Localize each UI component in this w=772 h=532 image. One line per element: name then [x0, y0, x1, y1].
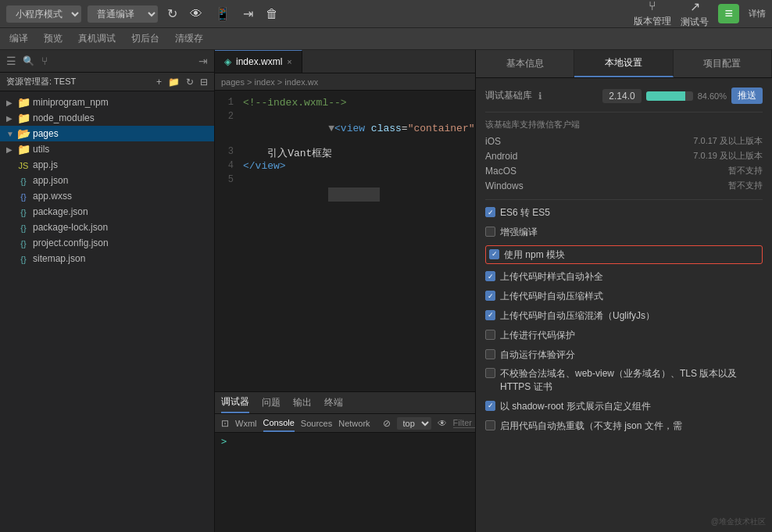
checkbox-no_check_domain[interactable]	[485, 368, 495, 378]
console-console-tab[interactable]: Console	[263, 415, 295, 432]
tree-item-node-modules[interactable]: ▶📁node_modules	[0, 110, 214, 126]
checkbox-npm[interactable]	[489, 249, 499, 259]
details-label: 详情	[749, 8, 766, 20]
tree-item-sitemap-json[interactable]: {}sitemap.json	[0, 251, 214, 266]
sidebar-tree: ▶📁miniprogram_npm▶📁node_modules▼📂pages▶📁…	[0, 91, 214, 532]
compile-select[interactable]: 普通编译	[88, 5, 158, 23]
tree-item-miniprogram-npm[interactable]: ▶📁miniprogram_npm	[0, 95, 214, 110]
details-button[interactable]: ≡	[718, 4, 739, 23]
sidebar-header-right: ⇥	[198, 55, 208, 67]
sidebar-menu-icon[interactable]: ☰	[6, 55, 16, 67]
checkboxes-section: ES6 转 ES5增强编译使用 npm 模块上传代码时样式自动补全上传代码时自动…	[485, 206, 763, 433]
checkbox-enhance[interactable]	[485, 227, 495, 237]
test-account-button[interactable]: ↗ 测试号	[681, 0, 709, 29]
bottom-tab-terminal[interactable]: 终端	[324, 393, 343, 412]
refresh-icon[interactable]: ↻	[186, 77, 194, 87]
device-debug-text-btn[interactable]: 真机调试	[78, 32, 116, 45]
add-folder-icon[interactable]: 📁	[168, 77, 180, 87]
add-file-icon[interactable]: +	[156, 77, 162, 87]
app-container: 小程序模式 普通编译 ↻ 👁 📱 ⇥ 🗑 ⑂ 版本管理 ↗ 测试号 ≡ 详情 编…	[0, 0, 772, 532]
checkbox-label-perf_score: 自动运行体验评分	[500, 348, 575, 362]
console-eye-btn[interactable]: 👁	[438, 418, 447, 429]
debug-lib-tooltip[interactable]: ℹ	[538, 91, 542, 102]
checkbox-code_protect[interactable]	[485, 330, 495, 340]
secondary-toolbar: 编译 预览 真机调试 切后台 清缓存	[0, 28, 772, 50]
tree-label: miniprogram_npm	[33, 97, 109, 108]
preview-text-btn[interactable]: 预览	[44, 32, 63, 45]
checkbox-shadow_root[interactable]	[485, 401, 495, 411]
bottom-tab-output[interactable]: 输出	[293, 393, 312, 412]
checkbox-label-npm: 使用 npm 模块	[504, 248, 565, 262]
right-panel-content: 调试基础库 ℹ 2.14.0 84.60% 推送 该基础库支持微信客户端	[476, 78, 772, 532]
checkbox-upload_style[interactable]	[485, 271, 495, 281]
code-line-3: 3 引入Vant框架	[215, 146, 475, 160]
mode-select[interactable]: 小程序模式	[6, 5, 81, 23]
tree-item-utils[interactable]: ▶📁utils	[0, 141, 214, 157]
checkbox-label-no_check_domain: 不校验合法域名、web-view（业务域名）、TLS 版本以及 HTTPS 证书	[500, 367, 763, 394]
tree-label: node_modules	[33, 112, 95, 123]
file-icon-folder: 📁	[17, 112, 30, 124]
tree-item-package-lock-json[interactable]: {}package-lock.json	[0, 220, 214, 235]
checkbox-es6[interactable]	[485, 207, 495, 217]
bottom-tabs: 调试器 问题 输出 终端	[215, 392, 475, 414]
console-sources-tab[interactable]: Sources	[301, 416, 332, 431]
preview-button[interactable]: 👁	[187, 5, 206, 23]
tree-item-app-js[interactable]: JSapp.js	[0, 157, 214, 173]
tree-item-package-json[interactable]: {}package.json	[0, 204, 214, 220]
clear-cache-text-btn[interactable]: 清缓存	[175, 32, 203, 45]
device-debug-button[interactable]: 📱	[212, 5, 234, 23]
sidebar-collapse-icon[interactable]: ⇥	[198, 55, 208, 67]
console-pointer-btn[interactable]: ⊡	[221, 418, 229, 429]
right-tab-basic[interactable]: 基本信息	[476, 50, 574, 77]
checkbox-row-no_check_domain: 不校验合法域名、web-view（业务域名）、TLS 版本以及 HTTPS 证书	[485, 367, 763, 394]
console-wxml-tab[interactable]: Wxml	[235, 416, 257, 431]
console-context-select[interactable]: top	[397, 417, 431, 430]
file-icon-folder: 📁	[17, 143, 30, 155]
tree-item-app-wxss[interactable]: {}app.wxss	[0, 188, 214, 204]
background-button[interactable]: ⇥	[240, 5, 256, 23]
checkbox-row-shadow_root: 以 shadow-root 形式展示自定义组件	[485, 400, 763, 413]
version-manage-button[interactable]: ⑂ 版本管理	[634, 0, 671, 28]
code-line-1: 1 <!--index.wxml-->	[215, 97, 475, 111]
right-tab-project[interactable]: 项目配置	[674, 50, 772, 77]
checkbox-perf_score[interactable]	[485, 349, 495, 359]
bottom-panel: 调试器 问题 输出 终端 ⊡ Wxml Console Sources Netw…	[215, 391, 475, 532]
checkbox-upload_compress[interactable]	[485, 291, 495, 301]
bottom-tab-debugger[interactable]: 调试器	[221, 392, 249, 413]
bottom-tab-issues[interactable]: 问题	[262, 393, 281, 412]
checkbox-hot_reload[interactable]	[485, 420, 495, 430]
file-icon-folder: 📁	[17, 96, 30, 109]
console-filter-input[interactable]	[453, 418, 475, 428]
file-icon-folder: 📂	[17, 127, 30, 140]
compile-text-btn[interactable]: 编译	[9, 32, 28, 45]
platform-macos: MacOS	[485, 166, 540, 177]
ver-macos: 暂不支持	[728, 165, 763, 177]
clear-cache-button[interactable]: 🗑	[263, 5, 281, 23]
support-ios-row: iOS 7.0.17 及以上版本	[485, 135, 763, 147]
checkbox-upload_uglify[interactable]	[485, 310, 495, 320]
progress-bar-wrap	[646, 91, 693, 101]
code-line-2: 2 ▼<view class="container">	[215, 111, 475, 146]
checkbox-row-hot_reload: 启用代码自动热重载（不支持 json 文件，需	[485, 420, 763, 433]
console-network-tab[interactable]: Network	[338, 416, 370, 431]
sidebar: ☰ ⑂ ⇥ 资源管理器: TEST + 📁 ↻ ⊟ ▶📁miniprogram_…	[0, 50, 215, 532]
file-icon-wxss: {}	[17, 190, 30, 202]
line-num-3: 3	[215, 146, 243, 157]
tree-item-pages[interactable]: ▼📂pages	[0, 126, 214, 141]
tab-close-icon[interactable]: ×	[287, 57, 291, 66]
collapse-all-icon[interactable]: ⊟	[200, 77, 208, 87]
tree-item-app-json[interactable]: {}app.json	[0, 173, 214, 188]
editor-tab-index-wxml[interactable]: ◈ index.wxml ×	[215, 50, 302, 73]
tree-item-project-config-json[interactable]: {}project.config.json	[0, 235, 214, 251]
editor-content[interactable]: 1 <!--index.wxml--> 2 ▼<view class="cont…	[215, 91, 475, 391]
checkbox-label-es6: ES6 转 ES5	[500, 206, 550, 220]
code-text-2: ▼<view class="container">	[243, 111, 475, 146]
right-tab-local[interactable]: 本地设置	[574, 50, 673, 77]
sidebar-search-input[interactable]	[23, 55, 35, 66]
console-block-btn[interactable]: ⊘	[383, 418, 391, 429]
compile-button[interactable]: ↻	[164, 5, 180, 23]
push-button[interactable]: 推送	[731, 87, 763, 104]
version-badge: 2.14.0	[602, 89, 641, 103]
switch-bg-text-btn[interactable]: 切后台	[131, 32, 159, 45]
sidebar-git-icon[interactable]: ⑂	[41, 55, 48, 67]
